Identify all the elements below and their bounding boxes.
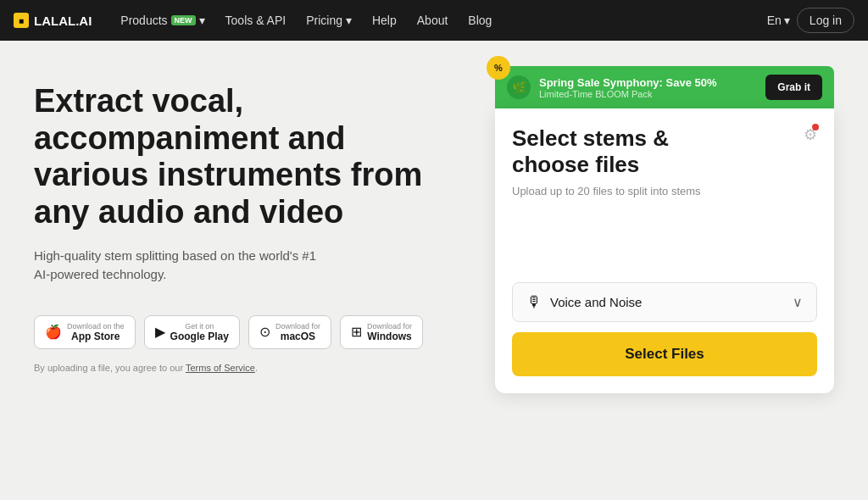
nav-language-selector[interactable]: En ▾ <box>767 14 790 27</box>
navbar: ■ LALAL.AI Products NEW ▾ Tools & API Pr… <box>0 0 868 41</box>
appstore-label: App Store <box>71 331 120 342</box>
logo[interactable]: ■ LALAL.AI <box>14 13 92 28</box>
macos-icon: ⊙ <box>259 324 270 340</box>
card-header: Select stems &choose files ⚙ <box>512 125 817 178</box>
nav-help-label: Help <box>372 14 397 27</box>
terms-text: By uploading a file, you agree to our Te… <box>34 363 461 373</box>
promo-title: Spring Sale Symphony: Save 50% <box>539 76 757 89</box>
macos-small-label: Download for <box>275 322 320 331</box>
logo-icon: ■ <box>14 13 29 28</box>
nav-login-button[interactable]: Log in <box>797 8 854 33</box>
googleplay-button[interactable]: ▶ Get it on Google Play <box>144 315 240 349</box>
nav-right: En ▾ Log in <box>767 8 854 33</box>
terms-prefix: By uploading a file, you agree to our <box>34 363 186 373</box>
nav-about-label: About <box>417 14 448 27</box>
hero-title: Extract vocal, accompaniment and various… <box>34 83 461 231</box>
nav-item-products[interactable]: Products NEW ▾ <box>112 8 213 32</box>
nav-item-tools[interactable]: Tools & API <box>217 8 295 32</box>
nav-badge-new: NEW <box>171 15 196 25</box>
appstore-button[interactable]: 🍎 Download on the App Store <box>34 315 136 349</box>
stem-selector-dropdown[interactable]: 🎙 Voice and Noise ∨ <box>512 282 817 322</box>
googleplay-label: Google Play <box>170 331 229 342</box>
nav-item-help[interactable]: Help <box>364 8 405 32</box>
nav-pricing-chevron: ▾ <box>346 14 352 27</box>
main-content: Extract vocal, accompaniment and various… <box>0 41 868 500</box>
hero-subtitle: High-quality stem splitting based on the… <box>34 247 322 285</box>
stem-selector-left: 🎙 Voice and Noise <box>526 293 642 311</box>
nav-tools-label: Tools & API <box>225 14 287 27</box>
promo-discount-tag: % <box>487 56 510 80</box>
card-title: Select stems &choose files <box>512 125 669 178</box>
windows-small-label: Download for <box>367 322 412 331</box>
chevron-down-icon: ∨ <box>793 294 803 310</box>
nav-products-chevron: ▾ <box>199 14 205 27</box>
terms-of-service-link[interactable]: Terms of Service <box>186 363 255 373</box>
windows-button[interactable]: ⊞ Download for Windows <box>340 315 423 349</box>
terms-suffix: . <box>255 363 258 373</box>
appstore-small-label: Download on the <box>67 322 125 331</box>
promo-grab-button[interactable]: Grab it <box>765 75 822 100</box>
macos-button[interactable]: ⊙ Download for macOS <box>248 315 331 349</box>
right-panel: % 🌿 Spring Sale Symphony: Save 50% Limit… <box>495 66 834 393</box>
nav-item-pricing[interactable]: Pricing ▾ <box>298 8 360 32</box>
nav-lang-chevron: ▾ <box>784 14 790 27</box>
upload-card: Select stems &choose files ⚙ Upload up t… <box>495 108 834 393</box>
select-files-button[interactable]: Select Files <box>512 332 817 376</box>
left-panel: Extract vocal, accompaniment and various… <box>34 75 461 373</box>
windows-icon: ⊞ <box>351 324 362 340</box>
nav-lang-label: En <box>767 14 782 27</box>
promo-text: Spring Sale Symphony: Save 50% Limited-T… <box>539 76 757 99</box>
googleplay-icon: ▶ <box>155 324 165 340</box>
nav-item-about[interactable]: About <box>409 8 457 32</box>
nav-pricing-label: Pricing <box>306 14 342 27</box>
nav-items: Products NEW ▾ Tools & API Pricing ▾ Hel… <box>112 8 766 32</box>
promo-banner: 🌿 Spring Sale Symphony: Save 50% Limited… <box>495 66 834 108</box>
apple-icon: 🍎 <box>45 324 62 340</box>
logo-text: LALAL.AI <box>34 14 92 28</box>
microphone-icon: 🎙 <box>526 293 542 311</box>
windows-label: Windows <box>367 331 412 342</box>
card-subtitle: Upload up to 20 files to split into stem… <box>512 185 817 197</box>
settings-button[interactable]: ⚙ <box>804 125 817 144</box>
stem-label: Voice and Noise <box>550 295 642 309</box>
macos-label: macOS <box>281 331 315 342</box>
promo-subtitle: Limited-Time BLOOM Pack <box>539 89 757 99</box>
settings-notification-dot <box>812 124 819 131</box>
nav-item-blog[interactable]: Blog <box>459 8 500 32</box>
nav-products-label: Products <box>120 14 167 27</box>
download-buttons: 🍎 Download on the App Store ▶ Get it on … <box>34 315 461 349</box>
nav-blog-label: Blog <box>468 14 492 27</box>
promo-icon: 🌿 <box>507 75 531 99</box>
googleplay-small-label: Get it on <box>170 322 229 331</box>
